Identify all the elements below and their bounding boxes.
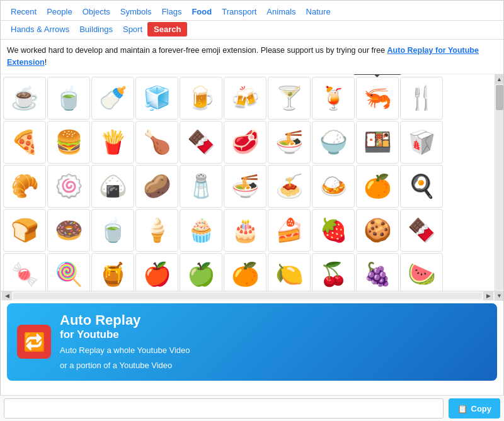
nav-flags[interactable]: Flags (157, 4, 187, 19)
emoji-fried-egg[interactable]: 🍳 (400, 165, 443, 208)
scroll-left-btn[interactable]: ◀ (2, 291, 12, 300)
promo-banner: 🔁 Auto Replay for Youtube Auto Replay a … (7, 303, 497, 381)
emoji-cocktail[interactable]: 🍸 (268, 77, 311, 120)
emoji-cherries[interactable]: 🍒 (312, 253, 355, 292)
emoji-bottle[interactable]: 🍼 (91, 77, 134, 120)
emoji-birthday[interactable]: 🎂 (224, 209, 266, 252)
emoji-riceball[interactable]: 🍙 (91, 165, 134, 208)
emoji-ramen[interactable]: 🍜 (224, 165, 266, 208)
promo-text-area: We worked hard to develop and maintain a… (1, 40, 503, 74)
nav-symbols[interactable]: Symbols (115, 4, 157, 19)
emoji-tropical[interactable]: 🍹 (312, 77, 355, 120)
copy-icon: 📋 (457, 404, 467, 413)
nav-animals[interactable]: Animals (261, 4, 301, 19)
emoji-cupcake[interactable]: 🧁 (180, 209, 222, 252)
emoji-icecream[interactable]: 🍦 (135, 209, 178, 252)
emoji-fries[interactable]: 🍟 (91, 121, 134, 164)
emoji-pasta[interactable]: 🍝 (268, 165, 311, 208)
emoji-coffee[interactable]: ☕ (3, 77, 46, 120)
banner-desc1: Auto Replay a whole Youtube Video (60, 345, 487, 356)
nav-search[interactable]: Search (147, 22, 187, 36)
nav-transport[interactable]: Transport (217, 4, 261, 19)
emoji-donut[interactable]: 🍩 (47, 209, 90, 252)
emoji-water[interactable]: 🧊 (135, 77, 178, 120)
emoji-row-4: 🍞 🍩 🍵 🍦 🧁 🎂 🍰 🍓 🍪 🍫 (3, 209, 492, 252)
emoji-teacup[interactable]: 🍵 (91, 209, 134, 252)
nav-row1: Recent People Objects Symbols Flags Food… (1, 1, 503, 21)
emoji-row-5: 🍬 🍭 🍯 🍎 🍏 🍊 🍋 🍒 🍇 🍉 (3, 253, 492, 292)
scroll-track (496, 85, 503, 290)
scroll-thumb[interactable] (496, 85, 503, 110)
emoji-row-1: ☕ 🍵 🍼 🧊 🍺 🍻 🍸 🍹 🦐 Fried Shrimp 🍴 (3, 77, 492, 120)
emoji-meat[interactable]: 🥩 (224, 121, 266, 164)
emoji-lunchbox[interactable]: 🥡 (400, 121, 443, 164)
emoji-fork-knife[interactable]: 🦐 Fried Shrimp (356, 77, 399, 120)
emoji-beer[interactable]: 🍺 (180, 77, 222, 120)
fried-shrimp-tooltip: Fried Shrimp (353, 74, 402, 75)
emoji-bread[interactable]: 🍞 (3, 209, 46, 252)
emoji-bento[interactable]: 🍱 (356, 121, 399, 164)
emoji-grapes[interactable]: 🍇 (356, 253, 399, 292)
emoji-drumstick[interactable]: 🍗 (135, 121, 178, 164)
horizontal-scrollbar[interactable]: ◀ ▶ (1, 291, 495, 301)
nav-food[interactable]: Food (186, 4, 217, 19)
emoji-rows: ☕ 🍵 🍼 🧊 🍺 🍻 🍸 🍹 🦐 Fried Shrimp 🍴 🍕 🍔 🍟 (3, 77, 492, 292)
emoji-watermelon[interactable]: 🍉 (400, 253, 443, 292)
emoji-scroll[interactable]: ☕ 🍵 🍼 🧊 🍺 🍻 🍸 🍹 🦐 Fried Shrimp 🍴 🍕 🍔 🍟 (1, 74, 503, 292)
banner-icon: 🔁 (17, 325, 51, 359)
emoji-apple-green[interactable]: 🍏 (180, 253, 222, 292)
emoji-honey[interactable]: 🍯 (91, 253, 134, 292)
emoji-chocolate2[interactable]: 🍫 (400, 209, 443, 252)
emoji-fork-spoon[interactable]: 🍴 (400, 77, 443, 120)
emoji-potato[interactable]: 🥔 (135, 165, 178, 208)
copy-label: Copy (471, 404, 492, 413)
emoji-swirl[interactable]: 🍥 (47, 165, 90, 208)
emoji-row-2: 🍕 🍔 🍟 🍗 🍫 🥩 🍜 🍚 🍱 🥡 (3, 121, 492, 164)
emoji-row-3: 🥐 🍥 🍙 🥔 🧂 🍜 🍝 🍛 🍊 🍳 (3, 165, 492, 208)
emoji-lemon[interactable]: 🍋 (268, 253, 311, 292)
emoji-tangerine[interactable]: 🍊 (356, 165, 399, 208)
scroll-right-btn[interactable]: ▶ (483, 291, 493, 300)
banner-subtitle: for Youtube (60, 328, 487, 341)
emoji-lollipop[interactable]: 🍭 (47, 253, 90, 292)
emoji-pizza[interactable]: 🍕 (3, 121, 46, 164)
nav-objects[interactable]: Objects (77, 4, 115, 19)
text-input[interactable] (4, 398, 444, 418)
emoji-cake[interactable]: 🍰 (268, 209, 311, 252)
emoji-curry[interactable]: 🍛 (312, 165, 355, 208)
emoji-candy[interactable]: 🍬 (3, 253, 46, 292)
banner-title: Auto Replay (60, 312, 487, 328)
nav-buildings[interactable]: Buildings (74, 22, 118, 36)
emoji-rice[interactable]: 🍚 (312, 121, 355, 164)
scroll-down-btn[interactable]: ▼ (495, 291, 504, 301)
banner-text: Auto Replay for Youtube Auto Replay a wh… (60, 312, 487, 372)
nav-people[interactable]: People (42, 4, 77, 19)
emoji-chocolate[interactable]: 🍫 (180, 121, 222, 164)
emoji-area: ☕ 🍵 🍼 🧊 🍺 🍻 🍸 🍹 🦐 Fried Shrimp 🍴 🍕 🍔 🍟 (1, 74, 503, 301)
nav-recent[interactable]: Recent (6, 4, 42, 19)
copy-button[interactable]: 📋 Copy (449, 398, 501, 418)
emoji-orange[interactable]: 🍊 (224, 253, 266, 292)
emoji-cookie[interactable]: 🍪 (356, 209, 399, 252)
h-scroll-track (13, 293, 482, 299)
emoji-burger[interactable]: 🍔 (47, 121, 90, 164)
emoji-strawberry[interactable]: 🍓 (312, 209, 355, 252)
scroll-up-btn[interactable]: ▲ (495, 74, 504, 84)
emoji-beers[interactable]: 🍻 (224, 77, 266, 120)
emoji-apple-red[interactable]: 🍎 (135, 253, 178, 292)
nav-nature[interactable]: Nature (301, 4, 336, 19)
nav-sport[interactable]: Sport (118, 22, 147, 36)
nav-row2: Hands & Arrows Buildings Sport Search (1, 21, 503, 40)
bottom-bar: 📋 Copy (0, 395, 504, 421)
vertical-scrollbar[interactable]: ▲ ▼ (495, 74, 503, 301)
banner-desc2: or a portion of a Youtube Video (60, 360, 487, 371)
emoji-tea[interactable]: 🍵 (47, 77, 90, 120)
emoji-salt[interactable]: 🧂 (180, 165, 222, 208)
emoji-croissant[interactable]: 🥐 (3, 165, 46, 208)
nav-hands-arrows[interactable]: Hands & Arrows (6, 22, 74, 36)
emoji-noodle[interactable]: 🍜 (268, 121, 311, 164)
